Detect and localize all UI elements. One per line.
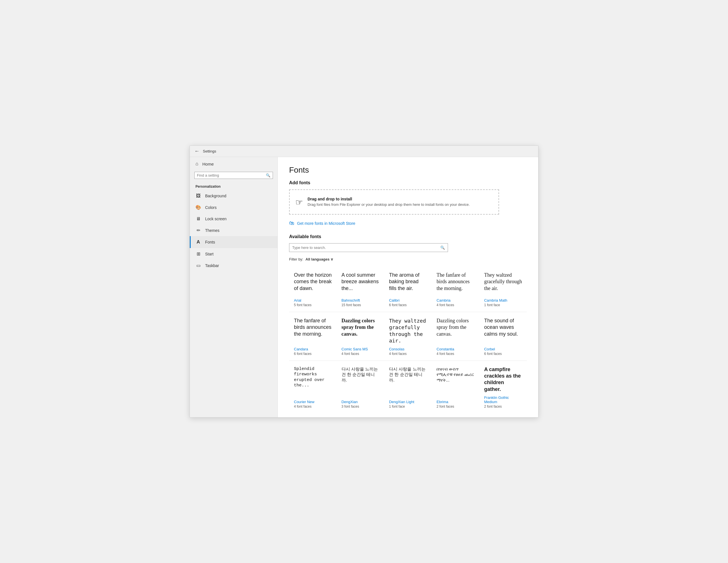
font-preview: Dazzling colors spray from the canvas.	[437, 317, 475, 344]
font-name: Ebrima	[437, 400, 475, 404]
font-preview: በዝናብ ውስጥ የሚሊኖቹ የፀሀይ ጨረር ማየት...	[437, 366, 475, 397]
available-fonts-section-title: Available fonts	[289, 234, 527, 239]
font-name: Consolas	[389, 347, 427, 351]
chevron-down-icon: ∨	[331, 257, 333, 262]
taskbar-icon: ▭	[195, 263, 201, 268]
font-preview: The sound of ocean waves calms my soul.	[484, 317, 522, 344]
font-name: DengXian	[342, 400, 380, 404]
home-label: Home	[202, 162, 214, 167]
font-faces: 6 font faces	[294, 352, 332, 356]
font-card-constantia[interactable]: Dazzling colors spray from the canvas. C…	[432, 312, 479, 360]
font-preview: Dazzling colors spray from the canvas.	[342, 317, 380, 344]
font-card-dengxian-light[interactable]: 다시 사랑을 느끼는 건 한 순간일 테니까. DengXian Light 1…	[384, 361, 432, 414]
font-faces: 5 font faces	[294, 303, 332, 307]
font-preview: The fanfare of birds announces the morni…	[294, 317, 332, 344]
sidebar-item-themes[interactable]: ✏ Themes	[190, 225, 277, 236]
font-faces: 4 font faces	[294, 404, 332, 408]
font-preview: The fanfare of birds announces the morni…	[437, 272, 475, 295]
sidebar-item-colors[interactable]: 🎨 Colors	[190, 202, 277, 213]
lock-screen-icon: 🖥	[195, 216, 201, 222]
filter-value: All languages	[306, 257, 330, 262]
back-button[interactable]: ←	[194, 148, 199, 154]
font-name: Comic Sans MS	[342, 347, 380, 351]
themes-icon: ✏	[195, 228, 201, 233]
drop-zone-sub-text: Drag font files from File Explorer or yo…	[308, 203, 470, 207]
font-faces: 2 font faces	[484, 404, 522, 408]
font-name: Bahnschrift	[342, 298, 380, 302]
drop-zone[interactable]: ☞ Drag and drop to install Drag font fil…	[289, 189, 499, 215]
font-name: Cambria	[437, 298, 475, 302]
font-faces: 6 font faces	[484, 352, 522, 356]
font-name: Franklin Gothic Medium	[484, 395, 522, 404]
font-search-box[interactable]: 🔍	[289, 243, 448, 252]
font-card-courier-new[interactable]: Splendid fireworks erupted over the... C…	[289, 361, 337, 414]
titlebar-title: Settings	[203, 149, 216, 153]
home-icon: ⌂	[195, 161, 198, 167]
colors-icon: 🎨	[195, 205, 201, 210]
font-faces: 4 font faces	[437, 303, 475, 307]
font-faces: 4 font faces	[342, 352, 380, 356]
font-name: Calibri	[389, 298, 427, 302]
sidebar-search-box[interactable]: 🔍	[194, 172, 273, 179]
fonts-icon: A	[195, 239, 201, 245]
font-card-bahnschrift[interactable]: A cool summer breeze awakens the... Bahn…	[337, 267, 384, 312]
sidebar-item-label: Lock screen	[205, 217, 226, 221]
font-search-input[interactable]	[292, 246, 440, 250]
font-name: Cambria Math	[484, 298, 522, 302]
font-search-icon: 🔍	[440, 246, 445, 250]
font-card-arial[interactable]: Over the horizon comes the break of dawn…	[289, 267, 337, 312]
font-card-cambria[interactable]: The fanfare of birds announces the morni…	[432, 267, 479, 312]
main-content: Fonts Add fonts ☞ Drag and drop to insta…	[278, 157, 538, 417]
font-preview: They waltzed gracefully through the air.	[484, 272, 522, 295]
filter-row: Filter by: All languages ∨	[289, 257, 527, 262]
font-faces: 15 font faces	[342, 303, 380, 307]
sidebar-item-fonts[interactable]: A Fonts	[190, 236, 277, 248]
font-faces: 1 font face	[484, 303, 522, 307]
drop-zone-main-text: Drag and drop to install	[308, 197, 470, 201]
font-name: Arial	[294, 298, 332, 302]
content-area: ⌂ Home 🔍 Personalization 🖼 Background 🎨 …	[190, 157, 538, 417]
ms-store-link[interactable]: 🛍 Get more fonts in Microsoft Store	[289, 220, 527, 226]
font-card-candara[interactable]: The fanfare of birds announces the morni…	[289, 312, 337, 360]
sidebar-item-label: Colors	[205, 205, 216, 210]
sidebar-item-label: Themes	[205, 228, 220, 233]
sidebar-item-background[interactable]: 🖼 Background	[190, 190, 277, 202]
font-preview: A campfire crackles as the children gath…	[484, 366, 522, 393]
page-title: Fonts	[289, 166, 527, 175]
font-card-dengxian[interactable]: 다시 사랑을 느끼는 건 한 순간일 테니까. DengXian 3 font …	[337, 361, 384, 414]
search-input[interactable]	[197, 173, 266, 178]
sidebar-item-taskbar[interactable]: ▭ Taskbar	[190, 260, 277, 271]
font-faces: 2 font faces	[437, 404, 475, 408]
font-grid: Over the horizon comes the break of dawn…	[289, 267, 527, 413]
add-fonts-section-title: Add fonts	[289, 180, 527, 186]
font-card-cambria-math[interactable]: They waltzed gracefully through the air.…	[479, 267, 527, 312]
ms-store-icon: 🛍	[289, 220, 294, 226]
font-card-ebrima[interactable]: በዝናብ ውስጥ የሚሊኖቹ የፀሀይ ጨረር ማየት... Ebrima 2 …	[432, 361, 479, 414]
titlebar: ← Settings	[190, 146, 538, 157]
font-name: Courier New	[294, 400, 332, 404]
sidebar-item-lock-screen[interactable]: 🖥 Lock screen	[190, 213, 277, 225]
font-card-consolas[interactable]: They waltzed gracefully through the air.…	[384, 312, 432, 360]
font-card-calibri[interactable]: The aroma of baking bread fills the air.…	[384, 267, 432, 312]
font-faces: 3 font faces	[342, 404, 380, 408]
font-name: DengXian Light	[389, 400, 427, 404]
filter-dropdown[interactable]: All languages ∨	[306, 257, 334, 262]
font-card-corbel[interactable]: The sound of ocean waves calms my soul. …	[479, 312, 527, 360]
font-card-comic-sans[interactable]: Dazzling colors spray from the canvas. C…	[337, 312, 384, 360]
font-card-franklin-gothic[interactable]: A campfire crackles as the children gath…	[479, 361, 527, 414]
sidebar: ⌂ Home 🔍 Personalization 🖼 Background 🎨 …	[190, 157, 278, 417]
font-faces: 4 font faces	[389, 352, 427, 356]
sidebar-home[interactable]: ⌂ Home	[190, 157, 277, 171]
font-preview: The aroma of baking bread fills the air.	[389, 272, 427, 295]
font-preview: A cool summer breeze awakens the...	[342, 272, 380, 295]
sidebar-item-label: Background	[205, 194, 226, 198]
drop-zone-text: Drag and drop to install Drag font files…	[308, 197, 470, 207]
font-preview: 다시 사랑을 느끼는 건 한 순간일 테니까.	[342, 366, 380, 397]
ms-store-link-text: Get more fonts in Microsoft Store	[297, 221, 355, 226]
sidebar-item-label: Taskbar	[205, 264, 219, 268]
sidebar-item-start[interactable]: ⊞ Start	[190, 248, 277, 260]
font-preview: 다시 사랑을 느끼는 건 한 순간일 테니까.	[389, 366, 427, 397]
font-preview: Splendid fireworks erupted over the...	[294, 366, 332, 397]
font-preview: Over the horizon comes the break of dawn…	[294, 272, 332, 295]
font-name: Candara	[294, 347, 332, 351]
